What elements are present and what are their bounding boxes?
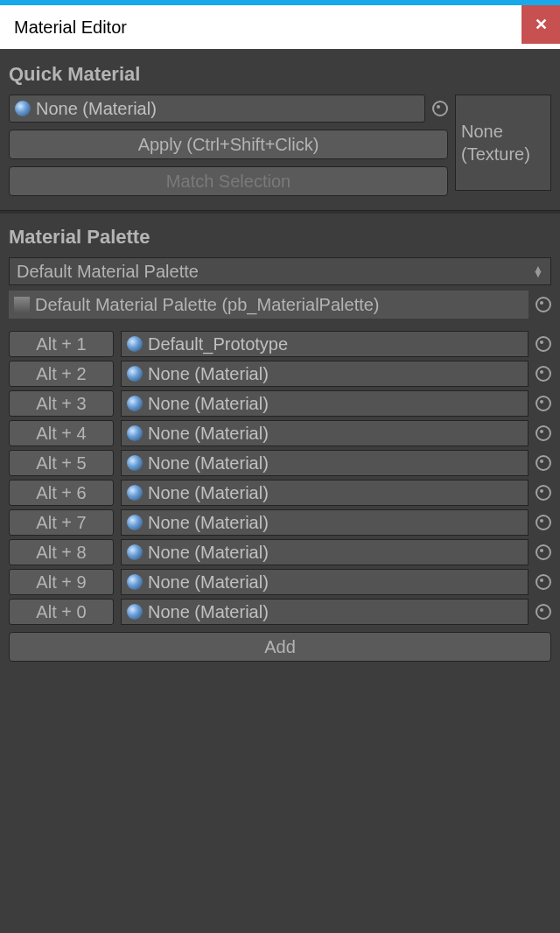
object-picker-icon[interactable] <box>536 485 551 501</box>
palette-row: Alt + 7None (Material) <box>9 509 551 536</box>
palette-material-field[interactable]: None (Material) <box>121 450 528 476</box>
object-picker-icon[interactable] <box>536 366 551 382</box>
material-ball-icon <box>127 396 143 411</box>
close-button[interactable]: ✕ <box>522 5 560 44</box>
palette-shortcut-button[interactable]: Alt + 4 <box>9 420 114 446</box>
material-ball-icon <box>127 336 143 352</box>
match-selection-label: Match Selection <box>166 172 290 192</box>
palette-material-value: None (Material) <box>148 453 269 474</box>
palette-row: Alt + 8None (Material) <box>9 539 551 565</box>
palette-material-value: None (Material) <box>148 543 269 563</box>
quick-material-value: None (Material) <box>36 95 157 122</box>
palette-material-field[interactable]: None (Material) <box>121 569 528 595</box>
palette-row: Alt + 2None (Material) <box>9 361 551 387</box>
palette-material-value: None (Material) <box>148 572 269 593</box>
object-picker-icon[interactable] <box>536 574 551 590</box>
apply-button[interactable]: Apply (Ctrl+Shift+Click) <box>9 130 448 159</box>
palette-shortcut-button[interactable]: Alt + 0 <box>9 599 114 625</box>
palette-material-value: None (Material) <box>148 483 269 503</box>
material-ball-icon <box>127 544 143 560</box>
palette-dropdown[interactable]: Default Material Palette ▲▼ <box>9 257 551 285</box>
quick-material-field[interactable]: None (Material) <box>9 95 425 123</box>
quick-texture-label: None (Texture) <box>461 120 550 165</box>
palette-shortcut-button[interactable]: Alt + 8 <box>9 539 114 565</box>
window-title: Material Editor <box>14 18 127 38</box>
material-ball-icon <box>127 515 143 530</box>
palette-material-value: None (Material) <box>148 602 269 622</box>
material-palette-heading: Material Palette <box>9 226 551 249</box>
material-ball-icon <box>127 455 143 471</box>
object-picker-icon[interactable] <box>536 396 551 411</box>
palette-shortcut-button[interactable]: Alt + 6 <box>9 480 114 506</box>
palette-row: Alt + 1Default_Prototype <box>9 331 551 357</box>
palette-shortcut-button[interactable]: Alt + 3 <box>9 390 114 417</box>
palette-material-field[interactable]: None (Material) <box>121 361 528 387</box>
palette-material-field[interactable]: None (Material) <box>121 420 528 446</box>
material-ball-icon <box>127 485 143 501</box>
palette-material-value: None (Material) <box>148 364 269 384</box>
material-ball-icon <box>127 366 143 382</box>
quick-material-section: None (Material) Apply (Ctrl+Shift+Click)… <box>9 95 551 196</box>
palette-asset-icon <box>14 297 30 312</box>
palette-asset-value: Default Material Palette (pb_MaterialPal… <box>35 295 380 315</box>
object-picker-icon[interactable] <box>536 515 551 530</box>
material-ball-icon <box>127 604 143 620</box>
palette-row: Alt + 3None (Material) <box>9 390 551 417</box>
palette-row: Alt + 6None (Material) <box>9 480 551 506</box>
palette-material-value: None (Material) <box>148 394 269 414</box>
palette-row: Alt + 9None (Material) <box>9 569 551 595</box>
object-picker-icon[interactable] <box>536 544 551 560</box>
palette-material-field[interactable]: None (Material) <box>121 480 528 506</box>
palette-material-field[interactable]: None (Material) <box>121 509 528 536</box>
material-ball-icon <box>15 101 31 116</box>
palette-row: Alt + 5None (Material) <box>9 450 551 476</box>
quick-material-field-row: None (Material) <box>9 95 448 123</box>
object-picker-icon[interactable] <box>536 425 551 441</box>
palette-material-field[interactable]: Default_Prototype <box>121 331 528 357</box>
palette-asset-row: Default Material Palette (pb_MaterialPal… <box>9 291 551 319</box>
palette-material-field[interactable]: None (Material) <box>121 390 528 417</box>
close-icon: ✕ <box>535 15 548 34</box>
dropdown-arrows-icon: ▲▼ <box>533 266 543 277</box>
add-button[interactable]: Add <box>9 632 551 662</box>
add-button-label: Add <box>264 637 296 657</box>
quick-material-heading: Quick Material <box>9 63 551 86</box>
palette-material-value: None (Material) <box>148 513 269 533</box>
titlebar[interactable]: Material Editor ✕ <box>0 5 560 49</box>
palette-dropdown-value: Default Material Palette <box>17 258 199 284</box>
palette-shortcut-button[interactable]: Alt + 2 <box>9 361 114 387</box>
palette-material-field[interactable]: None (Material) <box>121 599 528 625</box>
palette-shortcut-button[interactable]: Alt + 1 <box>9 331 114 357</box>
match-selection-button[interactable]: Match Selection <box>9 166 448 196</box>
palette-row: Alt + 0None (Material) <box>9 599 551 625</box>
palette-asset-field[interactable]: Default Material Palette (pb_MaterialPal… <box>9 291 528 319</box>
quick-texture-preview[interactable]: None (Texture) <box>455 95 551 191</box>
apply-button-label: Apply (Ctrl+Shift+Click) <box>138 135 319 155</box>
palette-shortcut-button[interactable]: Alt + 7 <box>9 509 114 536</box>
palette-material-field[interactable]: None (Material) <box>121 539 528 565</box>
palette-row: Alt + 4None (Material) <box>9 420 551 446</box>
palette-shortcut-button[interactable]: Alt + 5 <box>9 450 114 476</box>
quick-material-left: None (Material) Apply (Ctrl+Shift+Click)… <box>9 95 448 196</box>
object-picker-icon[interactable] <box>536 336 551 352</box>
object-picker-icon[interactable] <box>536 604 551 620</box>
palette-material-value: Default_Prototype <box>148 334 288 354</box>
editor-panel: Quick Material None (Material) Apply (Ct… <box>0 49 560 933</box>
palette-shortcut-button[interactable]: Alt + 9 <box>9 569 114 595</box>
material-ball-icon <box>127 425 143 441</box>
palette-list: Alt + 1Default_PrototypeAlt + 2None (Mat… <box>9 331 551 625</box>
palette-material-value: None (Material) <box>148 424 269 444</box>
material-ball-icon <box>127 574 143 590</box>
section-divider <box>0 210 560 214</box>
object-picker-icon[interactable] <box>536 455 551 471</box>
object-picker-icon[interactable] <box>432 101 448 116</box>
object-picker-icon[interactable] <box>536 297 551 312</box>
